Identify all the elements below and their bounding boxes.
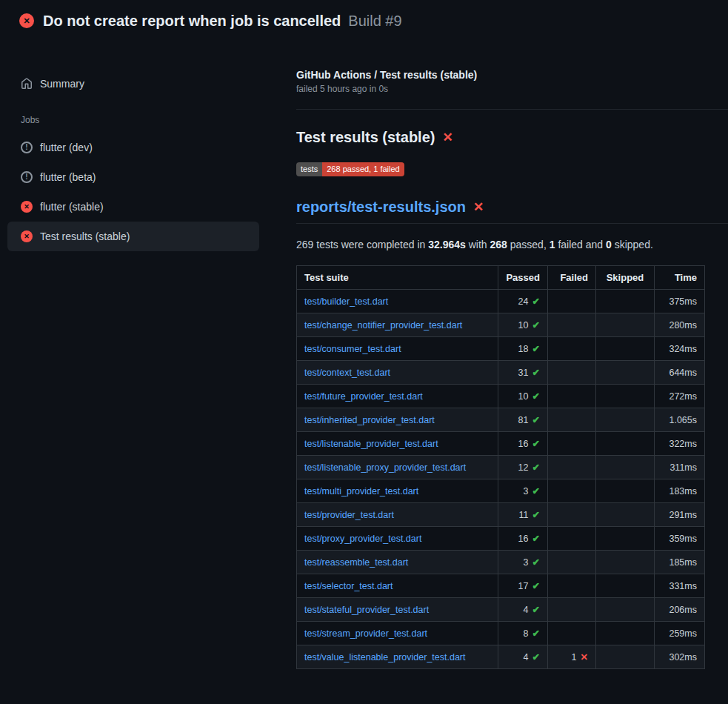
alert-circle-icon: !	[21, 171, 33, 183]
test-suite-link[interactable]: test/change_notifier_provider_test.dart	[304, 320, 462, 331]
passed-cell: 3✔	[498, 479, 548, 503]
failed-cell	[548, 598, 596, 622]
failed-cell	[548, 503, 596, 527]
passed-count: 16	[518, 534, 529, 544]
failed-x-icon: ✕	[473, 201, 484, 213]
failed-cell	[548, 432, 596, 456]
test-suite-link[interactable]: test/listenable_provider_test.dart	[304, 439, 438, 449]
table-row: test/listenable_provider_test.dart16✔322…	[297, 432, 705, 456]
sidebar-item-job[interactable]: ✕Test results (stable)	[7, 222, 259, 251]
check-icon: ✔	[532, 344, 540, 354]
passed-count: 8	[524, 628, 529, 639]
table-row: test/stream_provider_test.dart8✔259ms	[297, 622, 705, 645]
sidebar-jobs: !flutter (dev)!flutter (beta)✕flutter (s…	[7, 133, 296, 251]
table-row: test/stateful_provider_test.dart4✔206ms	[297, 598, 705, 622]
skipped-cell	[596, 598, 655, 622]
test-suite-link[interactable]: test/reassemble_test.dart	[304, 557, 408, 568]
report-heading: reports/test-results.json ✕	[296, 199, 728, 224]
col-header-skipped: Skipped	[596, 266, 655, 290]
check-icon: ✔	[532, 415, 540, 425]
passed-cell: 10✔	[498, 385, 548, 408]
results-table-body: test/builder_test.dart24✔375mstest/chang…	[297, 290, 705, 669]
test-suite-link[interactable]: test/builder_test.dart	[304, 296, 388, 307]
test-suite-link[interactable]: test/provider_test.dart	[304, 510, 394, 520]
summary-passed-total: 268	[490, 239, 507, 250]
table-row: test/context_test.dart31✔644ms	[297, 361, 705, 385]
suite-cell: test/multi_provider_test.dart	[297, 479, 498, 503]
summary-fragment: failed and	[555, 239, 607, 250]
suite-cell: test/listenable_proxy_provider_test.dart	[297, 456, 498, 479]
skipped-cell	[596, 290, 655, 313]
test-suite-link[interactable]: test/multi_provider_test.dart	[304, 486, 418, 497]
failed-status-icon: ✕	[19, 13, 34, 28]
table-row: test/inherited_provider_test.dart81✔1.06…	[297, 408, 705, 432]
failed-x-icon: ✕	[442, 131, 453, 144]
suite-cell: test/listenable_provider_test.dart	[297, 432, 498, 456]
passed-cell: 4✔	[498, 645, 548, 669]
passed-cell: 31✔	[498, 361, 548, 385]
summary-fragment: skipped.	[612, 239, 653, 250]
check-icon: ✔	[532, 534, 540, 544]
test-suite-link[interactable]: test/future_provider_test.dart	[304, 391, 423, 402]
page-title: Do not create report when job is cancell…	[43, 10, 402, 31]
failed-count: 1	[572, 652, 577, 663]
report-title-link[interactable]: reports/test-results.json	[296, 199, 466, 216]
time-cell: 291ms	[655, 503, 705, 527]
time-cell: 324ms	[655, 337, 705, 361]
test-suite-link[interactable]: test/consumer_test.dart	[304, 344, 401, 354]
failed-cell	[548, 313, 596, 337]
suite-cell: test/builder_test.dart	[297, 290, 498, 313]
test-suite-link[interactable]: test/stream_provider_test.dart	[304, 628, 427, 639]
time-cell: 322ms	[655, 432, 705, 456]
skipped-cell	[596, 622, 655, 645]
time-cell: 359ms	[655, 527, 705, 551]
table-row: test/builder_test.dart24✔375ms	[297, 290, 705, 313]
tests-badge: tests 268 passed, 1 failed	[296, 162, 404, 176]
build-number: Build #9	[348, 10, 401, 31]
passed-cell: 24✔	[498, 290, 548, 313]
sidebar-item-summary[interactable]: Summary	[7, 70, 259, 97]
test-suite-link[interactable]: test/context_test.dart	[304, 368, 390, 378]
time-cell: 1.065s	[655, 408, 705, 432]
failed-cell	[548, 622, 596, 645]
test-suite-link[interactable]: test/inherited_provider_test.dart	[304, 415, 435, 425]
test-suite-link[interactable]: test/stateful_provider_test.dart	[304, 605, 429, 615]
skipped-cell	[596, 479, 655, 503]
check-icon: ✔	[532, 391, 540, 402]
skipped-cell	[596, 551, 655, 574]
test-suite-link[interactable]: test/selector_test.dart	[304, 581, 393, 591]
time-cell: 311ms	[655, 456, 705, 479]
col-header-test-suite: Test suite	[297, 266, 498, 290]
test-suite-link[interactable]: test/proxy_provider_test.dart	[304, 534, 421, 544]
suite-cell: test/context_test.dart	[297, 361, 498, 385]
passed-cell: 12✔	[498, 456, 548, 479]
skipped-cell	[596, 313, 655, 337]
sidebar-item-job[interactable]: !flutter (beta)	[7, 162, 259, 192]
sidebar-item-job[interactable]: !flutter (dev)	[7, 133, 259, 162]
check-run-header: ✕ Do not create report when job is cance…	[0, 0, 728, 41]
skipped-cell	[596, 361, 655, 385]
passed-count: 3	[524, 557, 529, 568]
alert-circle-icon: !	[21, 142, 33, 153]
passed-cell: 17✔	[498, 574, 548, 598]
check-icon: ✔	[532, 439, 540, 449]
badge-label: tests	[296, 162, 322, 176]
test-suite-link[interactable]: test/listenable_proxy_provider_test.dart	[304, 462, 466, 473]
section-title: Test results (stable) ✕	[296, 129, 728, 146]
time-cell: 302ms	[655, 645, 705, 669]
suite-cell: test/value_listenable_provider_test.dart	[297, 645, 498, 669]
failed-cell	[548, 337, 596, 361]
passed-count: 10	[518, 320, 529, 331]
suite-cell: test/consumer_test.dart	[297, 337, 498, 361]
check-icon: ✔	[532, 296, 540, 307]
passed-cell: 11✔	[498, 503, 548, 527]
failed-cell	[548, 551, 596, 574]
sidebar-item-job[interactable]: ✕flutter (stable)	[7, 192, 259, 222]
time-cell: 280ms	[655, 313, 705, 337]
suite-cell: test/future_provider_test.dart	[297, 385, 498, 408]
passed-count: 16	[518, 439, 529, 449]
passed-count: 10	[518, 391, 529, 402]
suite-cell: test/selector_test.dart	[297, 574, 498, 598]
test-suite-link[interactable]: test/value_listenable_provider_test.dart	[304, 652, 466, 663]
sidebar: Summary Jobs !flutter (dev)!flutter (bet…	[0, 41, 296, 251]
